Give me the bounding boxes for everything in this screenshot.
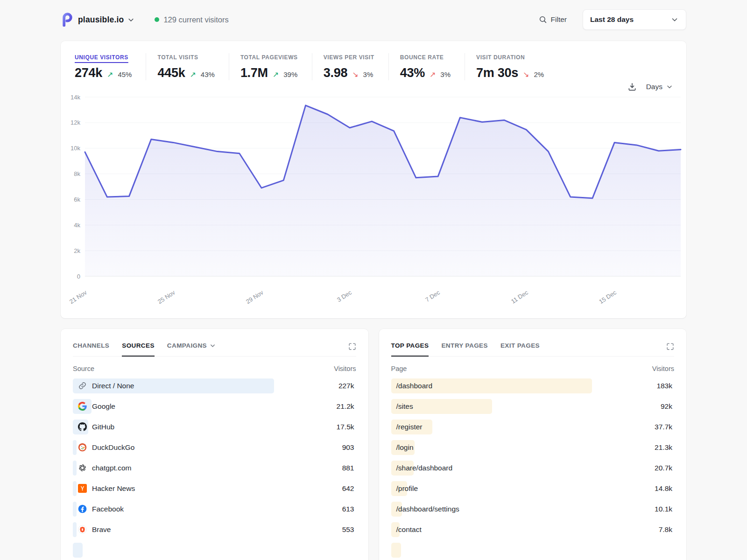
row-label: /sites bbox=[396, 402, 413, 411]
stat-value: 3.98 bbox=[324, 66, 347, 80]
page-row-partial bbox=[391, 540, 675, 560]
row-value: 183k bbox=[656, 382, 672, 390]
sources-tab-campaigns[interactable]: CAMPAIGNS bbox=[167, 342, 216, 356]
stat-total-pageviews[interactable]: TOTAL PAGEVIEWS1.7M↗39% bbox=[229, 53, 312, 80]
row-label: GitHub bbox=[92, 423, 114, 431]
interval-select[interactable]: Days bbox=[646, 83, 673, 91]
page-row[interactable]: /register37.7k bbox=[391, 417, 675, 437]
trend-up-arrow-icon: ↗ bbox=[273, 70, 279, 79]
source-row[interactable]: Facebook613 bbox=[73, 499, 356, 519]
column-visitors: Visitors bbox=[334, 365, 356, 372]
page-row[interactable]: /login21.3k bbox=[391, 437, 675, 458]
live-dot-icon bbox=[155, 17, 159, 22]
dashboard: plausible.io 129 current visitors Filter… bbox=[61, 0, 686, 560]
y-axis-tick: 14k bbox=[70, 94, 80, 101]
row-label: chatgpt.com bbox=[92, 464, 131, 472]
stat-visit-duration[interactable]: VISIT DURATION7m 30s↘2% bbox=[465, 53, 558, 80]
row-bar bbox=[73, 440, 77, 455]
source-row[interactable]: Google21.2k bbox=[73, 396, 356, 417]
row-value: 227k bbox=[338, 382, 354, 390]
current-visitors[interactable]: 129 current visitors bbox=[155, 15, 228, 24]
pages-columns: Page Visitors bbox=[391, 365, 675, 372]
page-row[interactable]: /dashboard183k bbox=[391, 376, 675, 396]
visitors-card: UNIQUE VISITORS274k↗45%TOTAL VISITS445k↗… bbox=[61, 41, 686, 318]
column-page: Page bbox=[391, 365, 407, 372]
expand-icon[interactable] bbox=[666, 342, 675, 351]
stat-views-per-visit[interactable]: VIEWS PER VISIT3.98↘3% bbox=[312, 53, 388, 80]
pages-tab-exit-pages[interactable]: EXIT PAGES bbox=[500, 342, 540, 356]
row-label: DuckDuckGo bbox=[92, 443, 134, 452]
site-switcher-chevron-icon[interactable] bbox=[127, 16, 135, 24]
row-value: 14.8k bbox=[655, 484, 672, 493]
page-row[interactable]: /dashboard/settings10.1k bbox=[391, 499, 675, 519]
stat-unique-visitors[interactable]: UNIQUE VISITORS274k↗45% bbox=[75, 53, 146, 80]
stat-label: TOTAL PAGEVIEWS bbox=[240, 54, 298, 61]
tab-label: CHANNELS bbox=[73, 342, 109, 349]
search-icon bbox=[539, 15, 547, 24]
row-label: /dashboard/settings bbox=[396, 505, 459, 513]
expand-icon[interactable] bbox=[348, 342, 357, 351]
stat-label: UNIQUE VISITORS bbox=[75, 54, 132, 61]
stat-value: 274k bbox=[75, 66, 102, 80]
source-row[interactable]: Brave553 bbox=[73, 519, 356, 540]
pages-tab-entry-pages[interactable]: ENTRY PAGES bbox=[441, 342, 487, 356]
row-value: 642 bbox=[342, 484, 354, 493]
source-row[interactable]: Direct / None227k bbox=[73, 376, 356, 396]
row-value: 20.7k bbox=[655, 464, 672, 472]
y-axis-tick: 12k bbox=[70, 119, 80, 126]
row-value: 21.2k bbox=[337, 402, 354, 411]
stat-bounce-rate[interactable]: BOUNCE RATE43%↗3% bbox=[388, 53, 465, 80]
row-label: Brave bbox=[92, 525, 111, 534]
x-axis-tick: 29 Nov bbox=[245, 289, 265, 304]
row-bar bbox=[73, 543, 83, 558]
row-label: Hacker News bbox=[92, 484, 135, 493]
date-range-label: Last 28 days bbox=[590, 15, 634, 24]
stat-value: 43% bbox=[400, 66, 425, 80]
page-row[interactable]: /sites92k bbox=[391, 396, 675, 417]
y-axis-tick: 6k bbox=[74, 196, 80, 203]
source-row[interactable]: GitHub17.5k bbox=[73, 417, 356, 437]
x-axis-tick: 3 Dec bbox=[336, 289, 353, 303]
filter-label: Filter bbox=[551, 15, 567, 24]
site-name[interactable]: plausible.io bbox=[78, 15, 124, 25]
row-value: 553 bbox=[342, 525, 354, 534]
pages-tab-top-pages[interactable]: TOP PAGES bbox=[391, 342, 429, 357]
source-row-partial bbox=[73, 540, 356, 560]
column-source: Source bbox=[73, 365, 94, 372]
hackernews-icon bbox=[78, 484, 87, 493]
y-axis-tick: 2k bbox=[74, 247, 80, 254]
tab-label: CAMPAIGNS bbox=[167, 342, 207, 349]
sources-tab-channels[interactable]: CHANNELS bbox=[73, 342, 109, 356]
source-row[interactable]: chatgpt.com881 bbox=[73, 458, 356, 478]
row-label: /profile bbox=[396, 484, 418, 493]
visitors-chart: 02k4k6k8k10k12k14k21 Nov25 Nov29 Nov3 De… bbox=[62, 91, 685, 304]
facebook-icon bbox=[78, 504, 87, 513]
filter-button[interactable]: Filter bbox=[539, 15, 567, 24]
top-bar: plausible.io 129 current visitors Filter… bbox=[61, 9, 686, 30]
row-value: 881 bbox=[342, 464, 354, 472]
row-value: 37.7k bbox=[655, 423, 672, 431]
page-row[interactable]: /profile14.8k bbox=[391, 478, 675, 499]
sources-panel: CHANNELSSOURCESCAMPAIGNS Source Visitors… bbox=[61, 329, 368, 560]
stat-label: BOUNCE RATE bbox=[400, 54, 451, 61]
stat-change: 43% bbox=[201, 70, 215, 78]
source-row[interactable]: DuckDuckGo903 bbox=[73, 437, 356, 458]
source-row[interactable]: Hacker News642 bbox=[73, 478, 356, 499]
page-row[interactable]: /share/dashboard20.7k bbox=[391, 458, 675, 478]
row-label: /login bbox=[396, 443, 414, 452]
google-icon bbox=[78, 402, 87, 411]
stat-change: 2% bbox=[534, 70, 544, 78]
chart-area-fill bbox=[85, 105, 681, 276]
brave-icon bbox=[78, 525, 87, 534]
row-value: 10.1k bbox=[655, 505, 672, 513]
sources-tabs: CHANNELSSOURCESCAMPAIGNS bbox=[73, 341, 356, 357]
stat-value: 1.7M bbox=[240, 66, 268, 80]
row-value: 903 bbox=[342, 443, 354, 452]
stat-total-visits[interactable]: TOTAL VISITS445k↗43% bbox=[146, 53, 228, 80]
chart-area: 02k4k6k8k10k12k14k21 Nov25 Nov29 Nov3 De… bbox=[61, 91, 686, 306]
page-row[interactable]: /contact7.8k bbox=[391, 519, 675, 540]
sources-tab-sources[interactable]: SOURCES bbox=[122, 342, 155, 357]
download-icon[interactable] bbox=[627, 82, 637, 91]
row-label: /register bbox=[396, 423, 423, 431]
date-range-picker[interactable]: Last 28 days bbox=[583, 9, 686, 30]
